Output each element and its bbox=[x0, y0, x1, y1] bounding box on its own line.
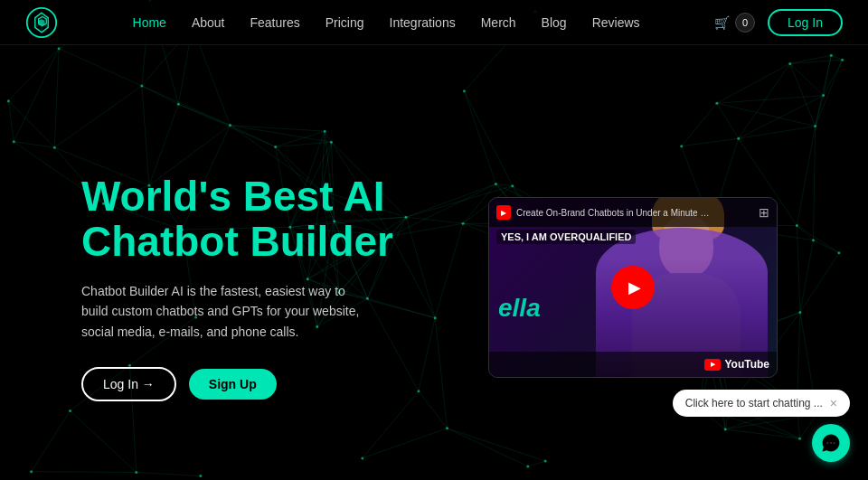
navbar: ⬡ Home About Features Pricing Integratio… bbox=[0, 0, 868, 45]
hero-video: Create On-Brand Chatbots in Under a Minu… bbox=[488, 197, 778, 378]
nav-item-merch[interactable]: Merch bbox=[481, 14, 516, 31]
hero-buttons: Log In → Sign Up bbox=[81, 367, 434, 401]
chat-open-button[interactable] bbox=[812, 424, 850, 462]
youtube-logo: YouTube bbox=[704, 358, 769, 371]
nav-item-reviews[interactable]: Reviews bbox=[592, 14, 640, 31]
video-bottom-bar: YouTube bbox=[489, 352, 777, 377]
navbar-left: ⬡ bbox=[25, 6, 58, 39]
nav-item-integrations[interactable]: Integrations bbox=[390, 14, 456, 31]
svg-point-7 bbox=[830, 442, 832, 444]
nav-links: Home About Features Pricing Integrations… bbox=[133, 14, 640, 31]
hero-subtitle: Chatbot Builder AI is the fastest, easie… bbox=[81, 281, 371, 342]
chat-bubble-text: Click here to start chatting ... bbox=[685, 397, 823, 409]
youtube-small-icon bbox=[496, 205, 511, 220]
hero-text: World's Best AI Chatbot Builder Chatbot … bbox=[81, 174, 434, 401]
nav-item-features[interactable]: Features bbox=[250, 14, 299, 31]
navbar-right: 🛒 0 Log In bbox=[714, 9, 843, 36]
video-menu-icon: ⊞ bbox=[759, 205, 769, 220]
nav-item-blog[interactable]: Blog bbox=[542, 14, 567, 31]
svg-point-8 bbox=[834, 442, 835, 444]
video-top-bar: Create On-Brand Chatbots in Under a Minu… bbox=[489, 198, 777, 227]
cart-button[interactable]: 🛒 0 bbox=[714, 13, 755, 33]
navbar-login-button[interactable]: Log In bbox=[768, 9, 843, 36]
youtube-wordmark: YouTube bbox=[724, 358, 769, 371]
nav-item-pricing[interactable]: Pricing bbox=[326, 14, 364, 31]
logo-icon[interactable]: ⬡ bbox=[25, 6, 58, 39]
nav-item-home[interactable]: Home bbox=[133, 14, 166, 31]
chat-icon bbox=[821, 433, 841, 453]
hero-title: World's Best AI Chatbot Builder bbox=[81, 174, 434, 265]
nav-item-about[interactable]: About bbox=[192, 14, 225, 31]
video-neon-text: ella bbox=[498, 294, 541, 323]
video-container[interactable]: Create On-Brand Chatbots in Under a Minu… bbox=[488, 197, 778, 378]
play-button[interactable] bbox=[611, 266, 655, 309]
chat-widget: Click here to start chatting ... × bbox=[673, 390, 850, 462]
video-title: Create On-Brand Chatbots in Under a Minu… bbox=[516, 208, 715, 218]
chat-bubble[interactable]: Click here to start chatting ... × bbox=[673, 390, 850, 417]
cart-icon: 🛒 bbox=[714, 15, 730, 30]
youtube-logo-icon bbox=[704, 359, 721, 371]
hero-signup-button[interactable]: Sign Up bbox=[189, 369, 277, 400]
video-overlay-text: YES, I AM OVERQUALIFIED bbox=[496, 230, 636, 244]
hero-login-button[interactable]: Log In → bbox=[81, 367, 176, 401]
chat-close-button[interactable]: × bbox=[830, 397, 837, 409]
cart-count: 0 bbox=[735, 13, 755, 33]
svg-point-6 bbox=[826, 442, 828, 444]
